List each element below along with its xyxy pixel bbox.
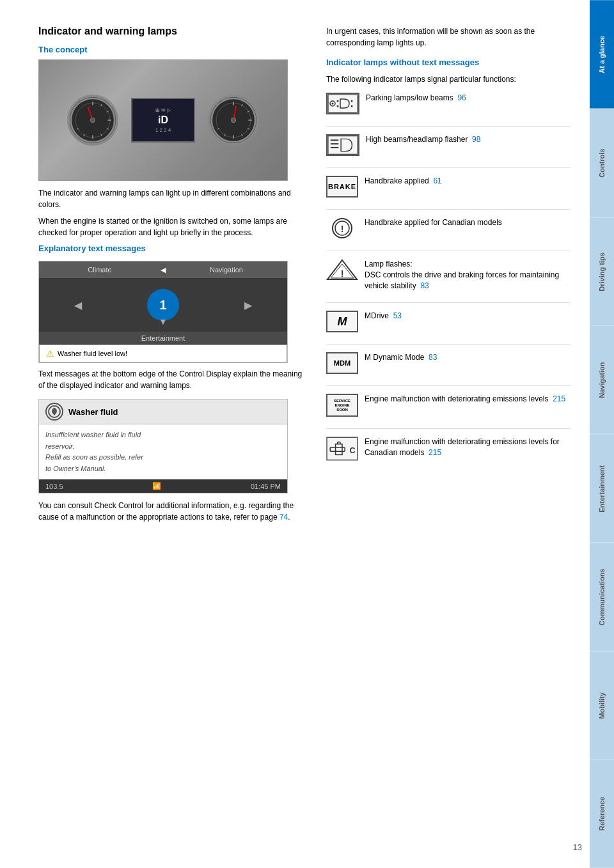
lamp-entry-handbrake: BRAKE Handbrake applied 61: [326, 176, 571, 198]
service-lamp-text: Engine malfunction with deteriorating em…: [365, 394, 571, 405]
svg-point-12: [90, 118, 95, 122]
main-title: Indicator and warning lamps: [38, 26, 307, 37]
washer-body: Insufficient washer fluid in fluid reser…: [39, 424, 287, 479]
svg-text:!: !: [341, 224, 344, 234]
engine-can-lamp-text: Engine malfunction with deteriorating em…: [365, 437, 571, 458]
dsc-lamp-icon: !: [326, 259, 358, 281]
svg-point-33: [351, 105, 353, 107]
climate-btn: Climate: [39, 264, 161, 275]
indicator-subtitle: The following indicator lamps signal par…: [326, 74, 571, 85]
nav-number: 1: [159, 298, 166, 313]
lamp-list: Parking lamps/low beams 96: [326, 93, 571, 465]
washer-display: Washer fluid Insufficient washer fluid i…: [38, 399, 288, 493]
mdrive-lamp-text: MDrive 53: [365, 311, 571, 322]
washer-odometer: 103.5: [45, 483, 63, 490]
body-text-3: Text messages at the bottom edge of the …: [38, 368, 307, 391]
lamp-entry-handbrake-can: ! Handbrake applied for Canadian models: [326, 217, 571, 239]
parking-lamp-icon: [326, 93, 359, 114]
sidebar-tab-mobility[interactable]: Mobility: [590, 651, 614, 760]
brake-lamp-icon: BRAKE: [326, 176, 358, 198]
sidebar-tab-communications[interactable]: Communications: [590, 543, 614, 651]
sidebar-tab-controls[interactable]: Controls: [590, 109, 614, 217]
svg-point-32: [351, 100, 353, 102]
engine-can-lamp-icon: C: [326, 437, 358, 461]
intro-text: In urgent cases, this information will b…: [326, 26, 571, 49]
sidebar-tab-driving-tips[interactable]: Driving tips: [590, 217, 614, 326]
nav-screen-image: Climate ◀ Navigation ◀ 1 ▶ ▼ Entertainme…: [38, 261, 288, 363]
sidebar-tab-reference[interactable]: Reference: [590, 759, 614, 868]
lamp-entry-service: SERVICEENGINESOON Engine malfunction wit…: [326, 394, 571, 417]
lamp-entry-mdrive: M MDrive 53: [326, 311, 571, 332]
indicator-title: Indicator lamps without text messages: [326, 58, 571, 67]
handbrake-can-text: Handbrake applied for Canadian models: [365, 217, 571, 228]
handbrake-lamp-text: Handbrake applied 61: [365, 176, 571, 187]
sidebar: At a glance Controls Driving tips Naviga…: [590, 0, 614, 868]
sidebar-tab-navigation[interactable]: Navigation: [590, 325, 614, 434]
navigation-btn: Navigation: [166, 264, 287, 275]
warning-icon: ⚠: [46, 348, 54, 359]
highbeam-lamp-icon: [326, 134, 359, 156]
washer-header-text: Washer fluid: [68, 407, 118, 417]
service-lamp-icon: SERVICEENGINESOON: [326, 394, 358, 417]
lamp-entry-parking: Parking lamps/low beams 96: [326, 93, 571, 114]
washer-signal-icon: 📶: [152, 482, 161, 490]
washer-time: 01:45 PM: [251, 483, 281, 490]
dashboard-image: ⊞ ✉ ▷ iD 1 2 3 4: [38, 59, 288, 181]
page-ref-74[interactable]: 74: [279, 513, 288, 522]
svg-point-31: [337, 105, 339, 107]
mdm-lamp-icon: MDM: [326, 352, 358, 374]
center-display: ⊞ ✉ ▷ iD 1 2 3 4: [131, 98, 195, 143]
washer-icon: [45, 403, 63, 421]
sidebar-tab-at-a-glance[interactable]: At a glance: [590, 0, 614, 109]
svg-text:C: C: [349, 447, 355, 456]
warning-text: Washer fluid level low!: [58, 350, 127, 357]
page-number: 13: [573, 842, 582, 852]
body-text-1: The indicator and warning lamps can ligh…: [38, 187, 307, 210]
svg-point-30: [337, 100, 339, 102]
handbrake-can-icon: !: [326, 217, 358, 239]
highbeam-lamp-text: High beams/headlamp flasher 98: [366, 134, 571, 145]
mdrive-lamp-icon: M: [326, 311, 358, 332]
svg-text:!: !: [341, 268, 344, 279]
warning-bar: ⚠ Washer fluid level low!: [39, 345, 287, 362]
lamp-entry-engine-can: C Engine malfunction with deteriorating …: [326, 437, 571, 461]
sidebar-tab-entertainment[interactable]: Entertainment: [590, 434, 614, 543]
lamp-entry-highbeam: High beams/headlamp flasher 98: [326, 134, 571, 156]
svg-point-25: [231, 118, 235, 122]
mdm-lamp-text: M Dynamic Mode 83: [365, 352, 571, 363]
entertainment-bar: Entertainment: [39, 332, 287, 345]
lamp-entry-mdm: MDM M Dynamic Mode 83: [326, 352, 571, 374]
svg-point-29: [332, 103, 334, 105]
body-text-4: You can consult Check Control for additi…: [38, 500, 307, 523]
dsc-lamp-text: Lamp flashes: DSC controls the drive and…: [365, 259, 571, 291]
parking-lamp-text: Parking lamps/low beams 96: [366, 93, 571, 104]
left-gauge: [67, 95, 118, 146]
concept-subtitle: The concept: [38, 45, 307, 54]
explanatory-title: Explanatory text messages: [38, 244, 307, 253]
right-gauge: [208, 95, 259, 146]
lamp-entry-dsc: ! Lamp flashes: DSC controls the drive a…: [326, 259, 571, 291]
body-text-2: When the engine is started or the igniti…: [38, 215, 307, 238]
